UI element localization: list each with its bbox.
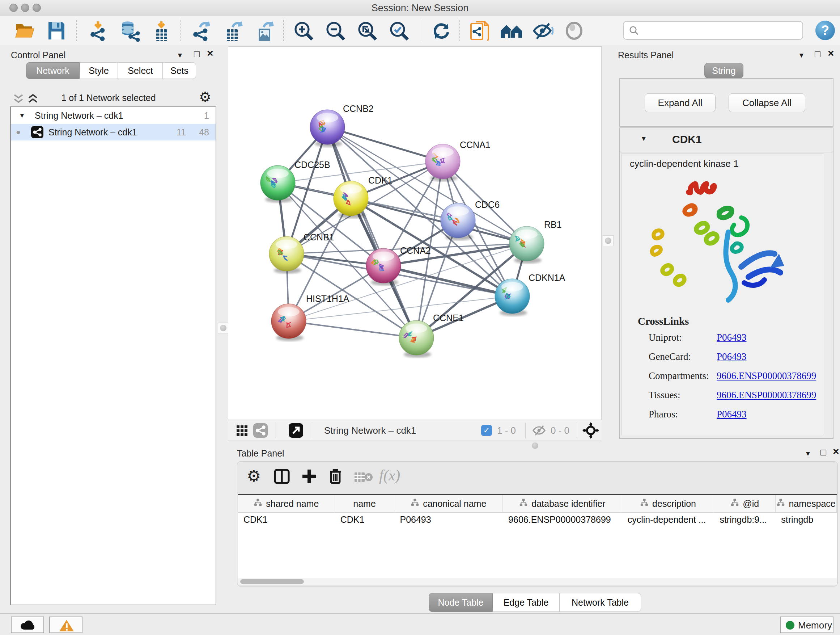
network-node-CCNB1[interactable] xyxy=(269,236,304,274)
crosslink-label: Tissues: xyxy=(649,390,681,401)
export-network-icon xyxy=(191,21,213,42)
string-protein-query-button[interactable] xyxy=(470,21,490,41)
zoom-in-button[interactable] xyxy=(294,21,315,41)
panel-menu-icon[interactable]: ▼ xyxy=(177,51,183,59)
export-network-button[interactable] xyxy=(191,21,213,41)
table-hscrollbar[interactable] xyxy=(238,578,837,585)
right-splitter-handle[interactable] xyxy=(603,235,614,246)
zoom-selected-icon xyxy=(389,21,411,42)
crosslink-value-link[interactable]: P06493 xyxy=(717,351,747,363)
panel-close-icon[interactable]: × xyxy=(833,448,839,455)
zoom-fit-button[interactable] xyxy=(357,21,379,41)
collapse-all-button[interactable]: Collapse All xyxy=(729,93,805,112)
cloud-status-button[interactable] xyxy=(11,616,44,633)
gene-section-header[interactable]: ▼ CDK1 xyxy=(620,128,833,152)
network-node-HIST1H1A[interactable] xyxy=(271,304,306,341)
tab-string[interactable]: String xyxy=(704,63,744,78)
help-button[interactable]: ? xyxy=(815,21,835,40)
hide-glass-style-button[interactable] xyxy=(531,21,554,41)
column-header-name[interactable]: name xyxy=(335,495,395,512)
export-table-button[interactable] xyxy=(223,21,245,41)
section-collapse-icon[interactable]: ▼ xyxy=(640,135,647,143)
crosslink-value-link[interactable]: P06493 xyxy=(717,409,747,420)
panel-float-icon[interactable]: □ xyxy=(815,50,821,58)
string-badge-icon[interactable] xyxy=(253,423,268,438)
column-header-description[interactable]: description xyxy=(622,495,714,512)
import-database-icon xyxy=(118,21,141,42)
column-header-database-identifier[interactable]: database identifier xyxy=(503,495,622,512)
memory-button[interactable]: Memory xyxy=(780,616,834,633)
network-edge-count: 48 xyxy=(199,124,209,141)
add-column-icon[interactable] xyxy=(301,468,317,485)
network-node-CCNE1[interactable] xyxy=(399,320,434,358)
network-node-CCNA2[interactable] xyxy=(366,249,401,286)
network-graph[interactable]: CCNB2CCNA1CDC25BCDK1CDC6RB1CCNB1CCNA2CDK… xyxy=(228,47,602,420)
sphere-icon xyxy=(564,21,584,41)
table-row[interactable]: CDK1CDK1P064939606.ENSP00000378699cyclin… xyxy=(238,513,837,526)
import-network-from-database-button[interactable] xyxy=(118,21,141,41)
network-row[interactable]: ● String Network – cdk1 11 48 xyxy=(11,124,216,141)
search-box[interactable] xyxy=(623,21,803,40)
network-options-gear-icon[interactable]: ⚙ xyxy=(199,89,211,105)
hidden-eye-icon[interactable] xyxy=(532,425,546,436)
table-cell: CDK1 xyxy=(335,513,395,526)
save-session-button[interactable] xyxy=(47,21,66,41)
bottom-splitter-handle[interactable] xyxy=(532,442,538,449)
warnings-button[interactable] xyxy=(49,616,82,633)
tab-network[interactable]: Network xyxy=(26,62,80,79)
network-canvas[interactable]: CCNB2CCNA1CDC25BCDK1CDC6RB1CCNB1CCNA2CDK… xyxy=(228,46,602,420)
tree-expand-icon[interactable]: ▼ xyxy=(19,107,25,124)
search-input[interactable] xyxy=(644,23,797,38)
tab-edge-table[interactable]: Edge Table xyxy=(493,593,559,612)
collapse-all-icon[interactable] xyxy=(12,93,25,104)
export-image-button[interactable] xyxy=(254,21,276,41)
string-home-button[interactable] xyxy=(499,21,523,41)
fit-content-crosshair-icon[interactable] xyxy=(583,422,599,439)
panel-float-icon[interactable]: □ xyxy=(194,50,200,58)
import-table-button[interactable] xyxy=(151,21,172,41)
network-collection-row[interactable]: ▼ String Network – cdk1 1 xyxy=(11,107,216,124)
apply-layout-button[interactable] xyxy=(431,21,452,41)
tab-network-table[interactable]: Network Table xyxy=(559,593,641,612)
import-network-button[interactable] xyxy=(88,21,109,41)
expand-all-button[interactable]: Expand All xyxy=(645,93,715,112)
network-edge-CCNE1-HIST1H1A[interactable] xyxy=(289,321,416,338)
network-node-CDKN1A[interactable] xyxy=(495,279,530,316)
panel-menu-icon[interactable]: ▼ xyxy=(798,51,805,59)
selected-nodes-checkbox-icon[interactable]: ✓ xyxy=(481,425,492,436)
show-columns-icon[interactable] xyxy=(273,468,290,485)
column-header-canonical-name[interactable]: canonical name xyxy=(394,495,503,512)
tab-select[interactable]: Select xyxy=(118,62,163,79)
crosslink-value-link[interactable]: 9606.ENSP00000378699 xyxy=(717,390,816,401)
panel-menu-icon[interactable]: ▼ xyxy=(805,450,812,458)
network-edge-CCNB2-CCNA1[interactable] xyxy=(327,127,443,162)
cytoscape-window: Session: New Session xyxy=(0,0,840,635)
column-header--id[interactable]: @id xyxy=(714,495,775,512)
open-session-button[interactable] xyxy=(14,21,35,41)
panel-float-icon[interactable]: □ xyxy=(821,448,826,456)
network-node-RB1[interactable] xyxy=(509,226,544,264)
tab-sets[interactable]: Sets xyxy=(163,62,196,79)
column-header-shared-name[interactable]: shared name xyxy=(238,495,335,512)
export-table-icon xyxy=(223,21,245,42)
network-edge-CDK1-RB1[interactable] xyxy=(351,198,527,244)
zoom-selected-button[interactable] xyxy=(389,21,411,41)
left-splitter-handle[interactable] xyxy=(218,323,229,333)
network-node-CCNA1[interactable] xyxy=(425,144,460,181)
expand-all-icon[interactable] xyxy=(27,93,39,104)
table-settings-gear-icon[interactable]: ⚙ xyxy=(247,467,261,485)
delete-column-icon[interactable] xyxy=(327,467,344,485)
panel-close-icon[interactable]: × xyxy=(828,49,834,57)
crosslink-value-link[interactable]: P06493 xyxy=(717,332,747,343)
grid-view-icon[interactable] xyxy=(236,424,248,436)
hscrollbar-thumb[interactable] xyxy=(240,579,304,584)
tab-node-table[interactable]: Node Table xyxy=(429,593,493,612)
open-in-new-icon[interactable] xyxy=(289,423,303,438)
zoom-out-button[interactable] xyxy=(325,21,347,41)
column-header-namespace[interactable]: namespace xyxy=(775,495,837,512)
show-graphics-details-button[interactable] xyxy=(564,21,584,41)
crosslink-value-link[interactable]: 9606.ENSP00000378699 xyxy=(717,371,816,382)
panel-close-icon[interactable]: × xyxy=(207,49,213,57)
tab-style[interactable]: Style xyxy=(80,62,118,79)
protein-structure-image xyxy=(643,174,788,314)
